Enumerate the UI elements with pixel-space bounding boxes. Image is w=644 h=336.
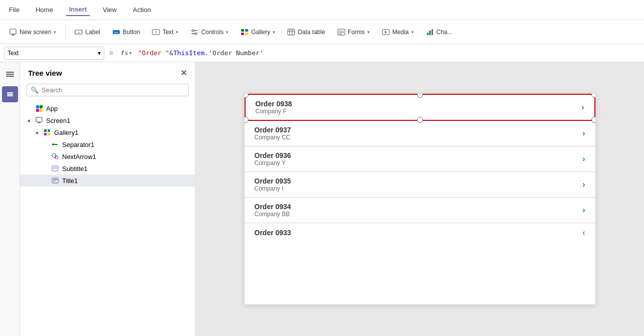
title1-icon xyxy=(51,177,59,185)
row4-text: Order 0935 Company I xyxy=(255,177,291,192)
label-icon: A xyxy=(75,28,83,36)
property-dropdown[interactable]: Text ▾ xyxy=(4,47,104,60)
svg-rect-52 xyxy=(52,178,58,183)
svg-rect-14 xyxy=(245,29,248,32)
gallery-row-4[interactable]: Order 0935 Company I › xyxy=(245,172,595,198)
row6-chevron: ‹ xyxy=(582,228,585,237)
search-icon: 🔍 xyxy=(31,86,39,94)
row5-title: Order 0934 xyxy=(255,203,291,211)
svg-rect-40 xyxy=(36,117,42,122)
tree-header: Tree view ✕ xyxy=(20,62,195,82)
canvas-frame: Order 0938 Company F › Order 0937 Compan… xyxy=(245,94,595,304)
row4-chevron: › xyxy=(582,180,585,189)
svg-rect-45 xyxy=(48,133,50,135)
svg-rect-15 xyxy=(241,33,244,35)
gallery1-expand: ◄ xyxy=(34,130,40,135)
svg-rect-27 xyxy=(427,33,428,35)
media-icon xyxy=(382,28,390,36)
media-button[interactable]: Media ▾ xyxy=(377,26,419,39)
tree-item-gallery1[interactable]: ◄ Gallery1 xyxy=(20,126,195,138)
button-button[interactable]: btn Button xyxy=(107,26,145,39)
gallery-row-1[interactable]: Order 0938 Company F › xyxy=(245,94,595,121)
search-input[interactable] xyxy=(42,86,184,94)
menu-item-action[interactable]: Action xyxy=(130,4,154,16)
menu-item-view[interactable]: View xyxy=(100,4,120,16)
tree-search-container[interactable]: 🔍 xyxy=(26,84,189,96)
row5-subtitle: Company BB xyxy=(255,211,291,218)
menu-item-file[interactable]: File xyxy=(6,4,23,16)
gallery1-icon xyxy=(43,128,51,136)
svg-rect-28 xyxy=(429,31,431,35)
tree-item-nextarrow1[interactable]: NextArrow1 xyxy=(20,150,195,162)
formula-bar: Text ▾ = f x ▾ "Order " & ThisItem .' Or… xyxy=(0,44,644,62)
canvas-area: Order 0938 Company F › Order 0937 Compan… xyxy=(195,62,644,336)
svg-rect-13 xyxy=(241,29,244,32)
hamburger-button[interactable] xyxy=(2,66,18,82)
title1-label: Title1 xyxy=(62,177,78,185)
svg-rect-43 xyxy=(48,129,50,132)
forms-button[interactable]: Forms ▾ xyxy=(332,26,375,39)
row4-title: Order 0935 xyxy=(255,177,291,185)
gallery-row-3[interactable]: Order 0936 Company Y › xyxy=(245,146,595,172)
screen1-icon xyxy=(35,116,43,124)
controls-button[interactable]: Controls ▾ xyxy=(185,26,234,39)
text-button[interactable]: T Text ▾ xyxy=(147,26,183,39)
main-layout: Tree view ✕ 🔍 App xyxy=(0,62,644,336)
svg-rect-44 xyxy=(44,133,47,135)
new-screen-button[interactable]: New screen ▾ xyxy=(4,26,61,39)
gallery1-label: Gallery1 xyxy=(54,129,78,136)
formula-field: Order Number' xyxy=(212,49,264,57)
gallery-row-2[interactable]: Order 0937 Company CC › xyxy=(245,121,595,146)
fx-button[interactable]: f x ▾ xyxy=(118,50,135,57)
tree-item-app[interactable]: App xyxy=(20,102,195,114)
handle-tr xyxy=(591,94,595,98)
datatable-button[interactable]: Data table xyxy=(282,26,330,39)
svg-rect-34 xyxy=(7,94,13,95)
svg-text:A: A xyxy=(78,31,80,34)
nextarrow1-icon xyxy=(51,152,59,160)
svg-rect-36 xyxy=(36,105,39,108)
property-caret: ▾ xyxy=(98,50,101,57)
screen1-expand: ◄ xyxy=(26,118,32,123)
chart-button[interactable]: Cha... xyxy=(421,26,458,39)
divider1 xyxy=(65,25,66,39)
gallery-row-6[interactable]: Order 0933 ‹ xyxy=(245,223,595,242)
tree-close-button[interactable]: ✕ xyxy=(180,68,187,78)
row1-text: Order 0938 Company F xyxy=(256,100,292,115)
formula-content[interactable]: "Order " & ThisItem .' Order Number' xyxy=(138,49,640,57)
tree-item-screen1[interactable]: ◄ Screen1 xyxy=(20,114,195,126)
svg-marker-26 xyxy=(385,31,387,33)
menu-item-home[interactable]: Home xyxy=(33,4,56,16)
svg-point-12 xyxy=(195,33,197,35)
svg-rect-17 xyxy=(288,29,295,35)
subtitle1-label: Subtitle1 xyxy=(62,165,88,173)
svg-rect-30 xyxy=(6,72,14,73)
row3-subtitle: Company Y xyxy=(255,159,291,166)
gallery-icon xyxy=(241,28,249,36)
row2-chevron: › xyxy=(582,129,585,138)
tree-item-subtitle1[interactable]: Subtitle1 xyxy=(20,162,195,175)
tree-item-separator1[interactable]: Separator1 xyxy=(20,138,195,150)
formula-thisitem: ThisItem xyxy=(173,49,205,57)
media-caret: ▾ xyxy=(411,30,414,35)
svg-point-47 xyxy=(52,143,54,145)
layers-button[interactable] xyxy=(2,86,18,102)
app-icon xyxy=(35,104,43,112)
separator1-label: Separator1 xyxy=(62,141,94,148)
row6-title: Order 0933 xyxy=(255,229,291,237)
tree-panel: Tree view ✕ 🔍 App xyxy=(20,62,195,336)
svg-rect-41 xyxy=(38,122,41,123)
separator1-icon xyxy=(51,140,59,148)
row5-chevron: › xyxy=(582,206,585,215)
hamburger-icon xyxy=(6,70,14,78)
gallery-button[interactable]: Gallery ▾ xyxy=(236,26,280,39)
menu-bar: File Home Insert View Action xyxy=(0,0,644,20)
label-button[interactable]: A Label xyxy=(70,26,105,39)
gallery-row-5[interactable]: Order 0934 Company BB › xyxy=(245,198,595,223)
svg-rect-50 xyxy=(52,166,58,171)
new-screen-caret: ▾ xyxy=(54,30,56,35)
gallery-caret: ▾ xyxy=(273,30,275,35)
tree-title: Tree view xyxy=(28,69,62,77)
tree-item-title1[interactable]: Title1 xyxy=(20,175,195,187)
menu-item-insert[interactable]: Insert xyxy=(66,4,90,16)
